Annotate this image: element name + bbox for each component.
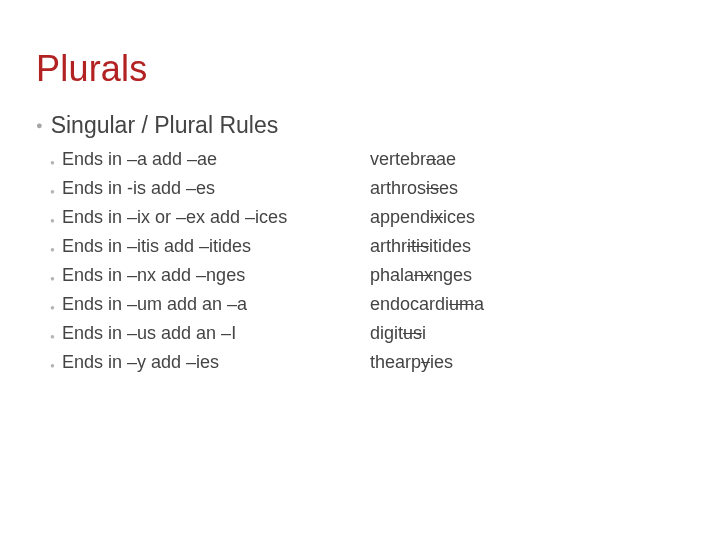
list-item: ● Ends in –itis add –itides arthritisiti… bbox=[50, 236, 684, 261]
bullet-icon: ● bbox=[50, 297, 62, 319]
rule-example: arthritisitides bbox=[370, 236, 471, 257]
example-stem: endocardi bbox=[370, 294, 449, 314]
list-item: ● Ends in –us add an –I digitusi bbox=[50, 323, 684, 348]
example-suffix: es bbox=[439, 178, 458, 198]
rule-example: arthrosises bbox=[370, 178, 458, 199]
example-struck: us bbox=[403, 323, 422, 343]
list-item: ● Ends in -is add –es arthrosises bbox=[50, 178, 684, 203]
rule-text: Ends in –um add an –a bbox=[62, 294, 370, 315]
bullet-icon: ● bbox=[50, 239, 62, 261]
list-item: ● Ends in –um add an –a endocardiuma bbox=[50, 294, 684, 319]
rule-text: Ends in -is add –es bbox=[62, 178, 370, 199]
rule-example: thearpyies bbox=[370, 352, 453, 373]
rule-example: vertebraae bbox=[370, 149, 456, 170]
rule-example: appendixices bbox=[370, 207, 475, 228]
example-stem: arthr bbox=[370, 236, 407, 256]
example-stem: append bbox=[370, 207, 430, 227]
rule-text: Ends in –a add –ae bbox=[62, 149, 370, 170]
rule-text: Ends in –us add an –I bbox=[62, 323, 370, 344]
bullet-icon: ● bbox=[50, 210, 62, 232]
bullet-icon: ● bbox=[50, 355, 62, 377]
rule-text: Ends in –itis add –itides bbox=[62, 236, 370, 257]
example-struck: ix bbox=[430, 207, 443, 227]
example-struck: a bbox=[426, 149, 436, 169]
rule-example: digitusi bbox=[370, 323, 426, 344]
rule-text: Ends in –y add –ies bbox=[62, 352, 370, 373]
example-stem: vertebr bbox=[370, 149, 426, 169]
example-stem: thearp bbox=[370, 352, 421, 372]
example-suffix: nges bbox=[433, 265, 472, 285]
example-struck: itis bbox=[407, 236, 429, 256]
example-suffix: ae bbox=[436, 149, 456, 169]
bullet-icon: ● bbox=[50, 268, 62, 290]
list-item: ● Ends in –nx add –nges phalanxnges bbox=[50, 265, 684, 290]
subtitle-row: ● Singular / Plural Rules bbox=[36, 112, 684, 139]
example-suffix: ies bbox=[430, 352, 453, 372]
bullet-icon: ● bbox=[50, 181, 62, 203]
example-struck: y bbox=[421, 352, 430, 372]
rule-text: Ends in –nx add –nges bbox=[62, 265, 370, 286]
example-struck: um bbox=[449, 294, 474, 314]
example-suffix: i bbox=[422, 323, 426, 343]
example-stem: arthros bbox=[370, 178, 426, 198]
example-stem: digit bbox=[370, 323, 403, 343]
bullet-icon: ● bbox=[50, 326, 62, 348]
example-struck: is bbox=[426, 178, 439, 198]
slide: Plurals ● Singular / Plural Rules ● Ends… bbox=[0, 0, 720, 540]
list-item: ● Ends in –y add –ies thearpyies bbox=[50, 352, 684, 377]
example-suffix: itides bbox=[429, 236, 471, 256]
rules-list: ● Ends in –a add –ae vertebraae ● Ends i… bbox=[36, 149, 684, 377]
example-suffix: ices bbox=[443, 207, 475, 227]
slide-subtitle: Singular / Plural Rules bbox=[51, 112, 279, 139]
bullet-icon: ● bbox=[50, 152, 62, 174]
example-struck: nx bbox=[414, 265, 433, 285]
slide-title: Plurals bbox=[36, 48, 684, 90]
rule-text: Ends in –ix or –ex add –ices bbox=[62, 207, 370, 228]
example-suffix: a bbox=[474, 294, 484, 314]
list-item: ● Ends in –ix or –ex add –ices appendixi… bbox=[50, 207, 684, 232]
example-stem: phala bbox=[370, 265, 414, 285]
rule-example: endocardiuma bbox=[370, 294, 484, 315]
list-item: ● Ends in –a add –ae vertebraae bbox=[50, 149, 684, 174]
rule-example: phalanxnges bbox=[370, 265, 472, 286]
bullet-icon: ● bbox=[36, 112, 43, 138]
